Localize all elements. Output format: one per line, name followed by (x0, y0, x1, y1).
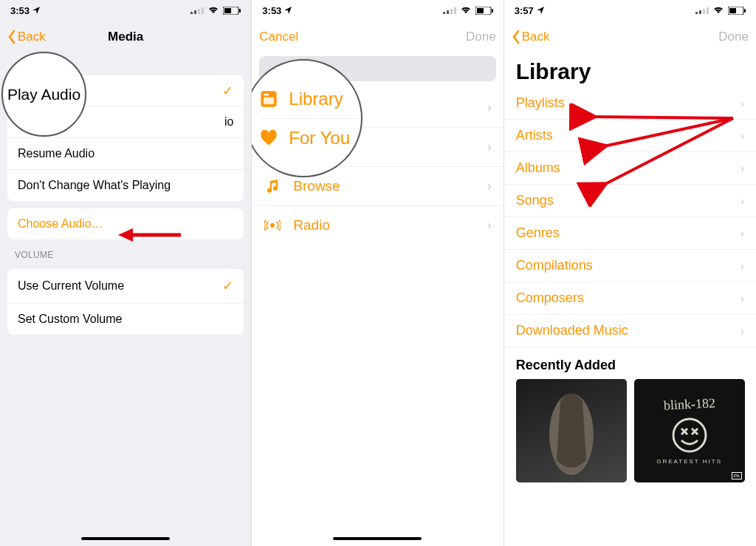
battery-icon (728, 7, 746, 15)
album-cover-sub: GREATEST HITS (656, 458, 722, 465)
annotation-arrow-icon (118, 226, 185, 244)
album-cover (516, 379, 627, 482)
location-icon (284, 5, 292, 16)
album-cover: blink-182 GREATEST HITS PA (634, 379, 745, 482)
option-label: Resume Audio (18, 147, 94, 160)
svg-rect-11 (450, 9, 453, 14)
row-label: Browse (293, 178, 340, 194)
battery-icon (475, 7, 493, 15)
svg-rect-23 (695, 12, 698, 14)
back-label: Back (18, 30, 46, 44)
svg-marker-8 (118, 228, 133, 242)
svg-rect-3 (202, 7, 204, 14)
status-bar: 3:53 (0, 0, 251, 21)
svg-line-37 (593, 117, 733, 118)
svg-rect-26 (707, 7, 709, 14)
row-label: Genres (516, 225, 560, 241)
music-note-icon (264, 177, 281, 195)
signal-icon (695, 7, 709, 14)
screen-media: 3:53 Back Media Play Audio ✓ (0, 0, 252, 546)
svg-rect-0 (190, 12, 193, 14)
status-time: 3:53 (262, 5, 281, 16)
chevron-right-icon: › (740, 260, 744, 272)
nav-bar: Back Media (0, 21, 251, 53)
album-item[interactable] (516, 379, 627, 482)
chevron-right-icon: › (487, 180, 491, 193)
svg-point-31 (673, 419, 706, 451)
location-icon (537, 5, 544, 16)
cancel-label: Cancel (259, 30, 298, 44)
svg-rect-21 (264, 93, 269, 95)
option-label: Set Custom Volume (18, 313, 122, 326)
recently-added-header: Recently Added (504, 347, 756, 379)
back-button[interactable]: Back (512, 30, 550, 44)
row-label: Albums (516, 160, 560, 176)
option-dont-change[interactable]: Don't Change What's Playing (7, 170, 244, 201)
row-label: Compilations (516, 258, 593, 273)
status-bar: 3:57 (504, 0, 756, 21)
row-composers[interactable]: Composers› (504, 282, 756, 315)
heart-icon (259, 129, 278, 148)
back-button[interactable]: Back (7, 30, 46, 44)
screen-music-picker: 3:53 Cancel Done Library › (252, 0, 504, 546)
status-bar: 3:53 (252, 0, 503, 21)
svg-rect-15 (492, 9, 493, 13)
done-button[interactable]: Done (466, 30, 496, 44)
recently-added-grid: blink-182 GREATEST HITS PA (504, 379, 756, 482)
library-icon (259, 89, 278, 109)
magnifier-text: Play Audio (7, 86, 80, 103)
row-downloaded[interactable]: Downloaded Music› (504, 315, 756, 347)
magnifier-text: For You (289, 128, 350, 149)
row-compilations[interactable]: Compilations› (504, 250, 756, 282)
home-indicator (333, 537, 422, 540)
wifi-icon (713, 7, 724, 14)
chevron-left-icon (512, 30, 520, 44)
smiley-icon (671, 417, 708, 454)
row-label: Playlists (516, 95, 565, 111)
row-radio[interactable]: Radio › (252, 206, 503, 245)
svg-rect-5 (224, 8, 231, 13)
cancel-button[interactable]: Cancel (259, 30, 298, 44)
svg-point-19 (270, 223, 275, 228)
chevron-right-icon: › (740, 293, 744, 304)
magnifier-text: Library (289, 89, 343, 109)
wifi-icon (461, 7, 471, 14)
album-item[interactable]: blink-182 GREATEST HITS PA (634, 379, 745, 482)
chevron-right-icon: › (487, 219, 491, 232)
svg-rect-9 (443, 12, 445, 14)
row-label: Composers (516, 290, 584, 306)
svg-rect-14 (477, 8, 484, 13)
svg-rect-28 (729, 8, 736, 13)
wifi-icon (208, 7, 219, 14)
svg-rect-2 (198, 9, 200, 14)
volume-group: Use Current Volume ✓ Set Custom Volume (7, 269, 244, 335)
page-title: Library (504, 53, 756, 87)
nav-bar: Back Done (504, 21, 756, 53)
svg-rect-25 (703, 9, 705, 14)
signal-icon (190, 7, 204, 14)
svg-rect-12 (454, 7, 456, 14)
row-label: Downloaded Music (516, 323, 628, 338)
chevron-right-icon: › (487, 140, 491, 154)
option-resume-audio[interactable]: Resume Audio (7, 138, 244, 170)
option-set-custom-volume[interactable]: Set Custom Volume (7, 304, 244, 335)
parental-advisory-icon: PA (732, 472, 742, 480)
status-time: 3:57 (515, 5, 534, 16)
svg-line-38 (604, 118, 733, 146)
svg-rect-10 (447, 10, 449, 14)
row-genres[interactable]: Genres› (504, 217, 756, 250)
row-label: Songs (516, 193, 554, 208)
volume-section-header: VOLUME (0, 247, 251, 262)
back-label: Back (522, 30, 550, 44)
chevron-right-icon: › (487, 101, 491, 115)
status-time: 3:53 (10, 5, 30, 16)
battery-icon (223, 7, 241, 15)
svg-line-39 (604, 118, 733, 185)
option-use-current-volume[interactable]: Use Current Volume ✓ (7, 269, 244, 304)
annotation-arrows-icon (563, 103, 755, 207)
done-button[interactable]: Done (718, 30, 749, 44)
choose-audio-label: Choose Audio… (18, 217, 103, 231)
album-cover-title: blink-182 (663, 395, 715, 414)
home-indicator (81, 537, 170, 540)
chevron-right-icon: › (740, 325, 744, 337)
